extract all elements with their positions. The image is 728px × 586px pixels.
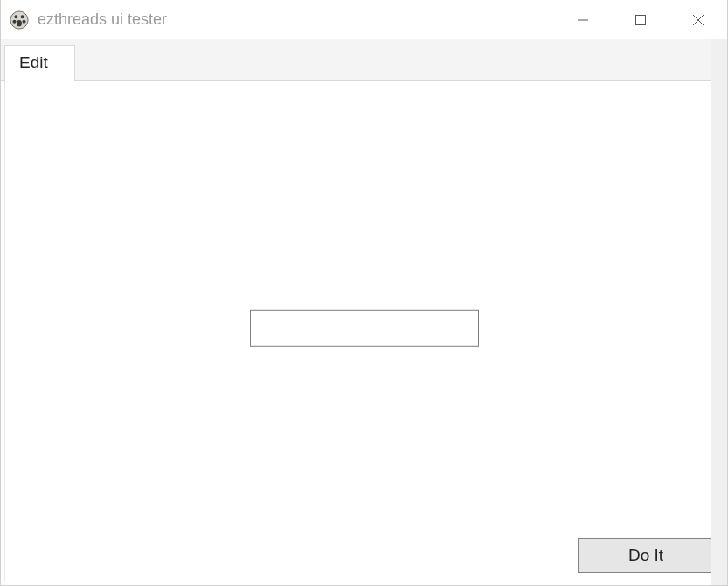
tab-content: Do It xyxy=(4,81,724,582)
svg-point-3 xyxy=(12,19,16,23)
svg-rect-7 xyxy=(636,15,646,24)
window-title: ezthreads ui tester xyxy=(38,10,554,29)
close-button[interactable] xyxy=(669,0,727,39)
maximize-button[interactable] xyxy=(612,0,669,39)
tab-edit[interactable]: Edit xyxy=(4,45,75,81)
do-it-button[interactable]: Do It xyxy=(578,538,714,573)
main-text-input[interactable] xyxy=(250,309,479,346)
svg-point-5 xyxy=(17,20,22,26)
app-icon xyxy=(10,10,29,30)
tab-strip: Edit xyxy=(1,39,727,81)
scrollbar-gutter xyxy=(711,39,727,585)
app-window: ezthreads ui tester Edit Do It xyxy=(0,0,728,586)
titlebar: ezthreads ui tester xyxy=(1,0,727,39)
minimize-button[interactable] xyxy=(554,0,612,39)
svg-point-4 xyxy=(22,19,25,23)
svg-point-1 xyxy=(14,15,17,18)
svg-point-2 xyxy=(21,15,24,18)
window-controls xyxy=(554,0,727,39)
